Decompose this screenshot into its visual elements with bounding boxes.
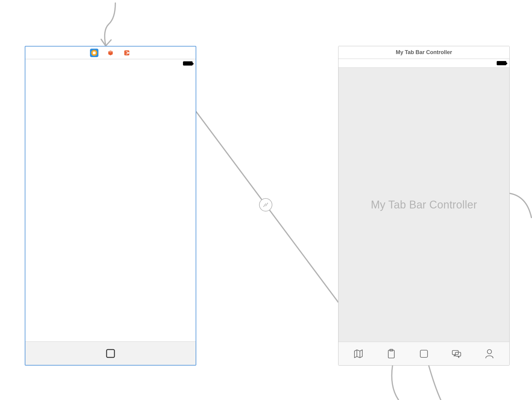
scene-titlebar[interactable]: [25, 47, 196, 59]
tab-bar[interactable]: [338, 342, 509, 365]
exit-icon[interactable]: [123, 49, 131, 57]
scene-placeholder: My Tab Bar Controller: [371, 198, 477, 211]
tab-item-square[interactable]: [25, 342, 196, 365]
status-bar: [338, 59, 509, 67]
view-controller-icon[interactable]: [90, 49, 98, 57]
first-responder-icon[interactable]: [106, 49, 115, 57]
tab-item-clipboard[interactable]: [375, 342, 407, 365]
scene-body[interactable]: My Tab Bar Controller: [338, 67, 509, 342]
scene-initial-view-controller[interactable]: [25, 46, 196, 366]
svg-point-1: [263, 206, 264, 207]
status-bar: [25, 59, 196, 68]
svg-point-2: [267, 203, 268, 204]
scene-body[interactable]: [25, 68, 196, 341]
battery-icon: [183, 61, 193, 66]
tab-item-person[interactable]: [473, 342, 506, 365]
battery-icon: [497, 61, 506, 65]
svg-point-14: [487, 350, 492, 354]
segue-badge[interactable]: [259, 198, 272, 211]
scene-tab-bar-controller[interactable]: My Tab Bar Controller My Tab Bar Control…: [338, 46, 510, 366]
tab-bar[interactable]: [25, 341, 196, 365]
scene-titlebar[interactable]: My Tab Bar Controller: [338, 46, 509, 59]
scene-title: My Tab Bar Controller: [396, 49, 452, 56]
tab-item-square[interactable]: [408, 342, 440, 365]
svg-rect-11: [420, 350, 428, 357]
tab-item-map[interactable]: [342, 342, 375, 365]
storyboard-canvas[interactable]: My Tab Bar Controller My Tab Bar Control…: [0, 0, 532, 400]
svg-rect-4: [93, 51, 95, 54]
tab-item-chat[interactable]: [440, 342, 473, 365]
svg-rect-6: [107, 350, 114, 357]
